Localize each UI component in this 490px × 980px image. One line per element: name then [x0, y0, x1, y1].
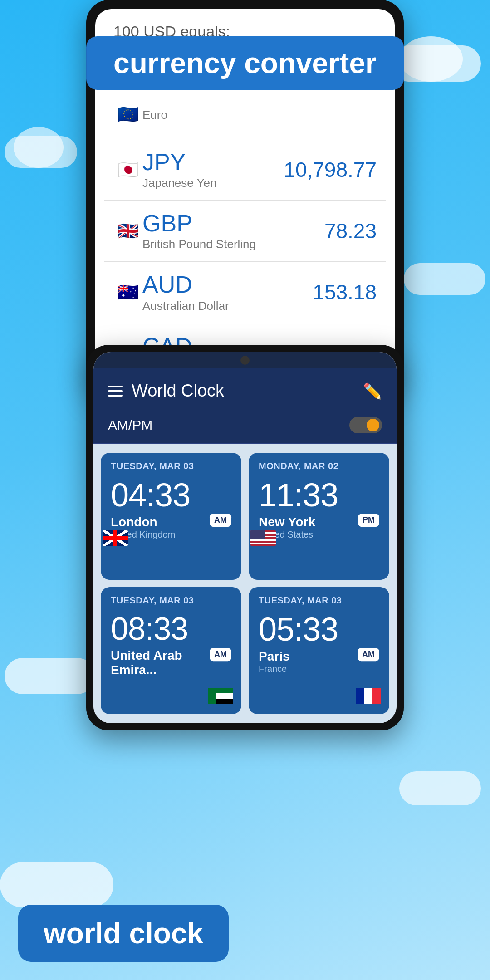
- currency-eur-name: Euro: [142, 108, 377, 122]
- clock-card-london[interactable]: TUESDAY, MAR 03 04:33 AM London United K…: [101, 453, 241, 580]
- ampm-toggle-switch[interactable]: [349, 417, 382, 433]
- world-clock-label-text: world clock: [44, 917, 203, 950]
- paris-date: TUESDAY, MAR 03: [259, 595, 379, 606]
- list-item[interactable]: 🇬🇧 GBP British Pound Sterling 78.23: [104, 201, 386, 262]
- currency-eur-info: Euro: [142, 107, 377, 122]
- aud-flag: 🇦🇺: [113, 278, 142, 307]
- uae-flag-stripe-1: [216, 688, 233, 693]
- edit-icon[interactable]: ✏️: [363, 382, 382, 400]
- hamburger-menu-icon[interactable]: [108, 386, 122, 397]
- phone-notch: [93, 352, 397, 368]
- currency-gbp-code: GBP: [142, 211, 324, 236]
- currency-aud-name: Australian Dollar: [142, 299, 313, 313]
- gbp-flag: 🇬🇧: [113, 216, 142, 245]
- us-flag-icon: [250, 530, 276, 546]
- world-clock-header: World Clock ✏️: [93, 368, 397, 411]
- uae-flag-left: [208, 688, 216, 704]
- currency-jpy-name: Japanese Yen: [142, 176, 284, 190]
- london-date: TUESDAY, MAR 03: [111, 461, 231, 471]
- world-clock-phone: World Clock ✏️ AM/PM TUESDAY, MAR 03 04:…: [86, 345, 404, 730]
- world-clock-label: world clock: [18, 905, 229, 962]
- hamburger-line-3: [108, 395, 122, 397]
- london-country: United Kingdom: [111, 529, 231, 540]
- currency-converter-label: currency converter: [86, 36, 404, 90]
- uae-flag-icon: [208, 688, 233, 704]
- clock-card-paris[interactable]: TUESDAY, MAR 03 05:33 AM Paris France: [249, 587, 389, 714]
- ampm-label: AM/PM: [108, 417, 152, 433]
- header-left: World Clock: [108, 381, 224, 401]
- currency-jpy-code: JPY: [142, 149, 284, 175]
- currency-gbp-value: 78.23: [324, 219, 377, 243]
- currency-jpy-value: 10,798.77: [284, 157, 377, 182]
- clock-card-newyork[interactable]: MONDAY, MAR 02 11:33 PM New York United …: [249, 453, 389, 580]
- london-ampm-badge: AM: [210, 514, 231, 527]
- jpy-flag: 🇯🇵: [113, 155, 142, 184]
- uae-flag-stripe-3: [216, 699, 233, 704]
- ampm-toggle-row: AM/PM: [93, 411, 397, 444]
- newyork-date: MONDAY, MAR 02: [259, 461, 379, 471]
- eur-flag: 🇪🇺: [113, 100, 142, 129]
- toggle-thumb: [367, 419, 379, 431]
- newyork-country: United States: [259, 529, 379, 540]
- france-flag-red: [372, 688, 381, 704]
- hamburger-line-1: [108, 386, 122, 387]
- uae-flag-stripe-2: [216, 693, 233, 699]
- clock-card-uae[interactable]: TUESDAY, MAR 03 08:33 AM United Arab Emi…: [101, 587, 241, 714]
- toggle-track: [349, 417, 382, 433]
- london-time: 04:33: [111, 479, 231, 511]
- currency-aud-info: AUD Australian Dollar: [142, 272, 313, 313]
- hamburger-line-2: [108, 390, 122, 392]
- list-item[interactable]: 🇯🇵 JPY Japanese Yen 10,798.77: [104, 139, 386, 201]
- currency-aud-code: AUD: [142, 272, 313, 298]
- france-flag-white: [364, 688, 373, 704]
- uae-time: 08:33: [111, 613, 231, 645]
- notch-dot: [240, 356, 250, 365]
- clock-grid: TUESDAY, MAR 03 04:33 AM London United K…: [93, 444, 397, 723]
- currency-aud-value: 153.18: [313, 280, 377, 304]
- list-item[interactable]: 🇪🇺 Euro: [104, 90, 386, 139]
- uae-flag-right: [216, 688, 233, 704]
- currency-jpy-info: JPY Japanese Yen: [142, 149, 284, 190]
- list-item[interactable]: 🇦🇺 AUD Australian Dollar 153.18: [104, 262, 386, 323]
- uae-date: TUESDAY, MAR 03: [111, 595, 231, 606]
- newyork-time: 11:33: [259, 479, 379, 511]
- currency-converter-label-text: currency converter: [113, 47, 377, 79]
- france-flag-icon: [356, 688, 381, 704]
- paris-country: France: [259, 664, 379, 674]
- currency-gbp-name: British Pound Sterling: [142, 237, 324, 251]
- paris-time: 05:33: [259, 613, 379, 646]
- currency-gbp-info: GBP British Pound Sterling: [142, 211, 324, 251]
- france-flag-blue: [356, 688, 364, 704]
- newyork-ampm-badge: PM: [358, 514, 379, 527]
- uae-ampm-badge: AM: [210, 648, 231, 661]
- world-clock-title: World Clock: [132, 381, 224, 401]
- paris-ampm-badge: AM: [358, 648, 379, 661]
- uk-flag-icon: [103, 530, 128, 546]
